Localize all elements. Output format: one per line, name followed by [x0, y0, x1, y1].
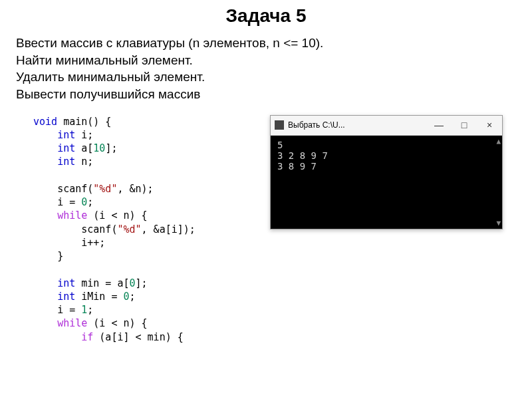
window-titlebar[interactable]: Выбрать C:\U... — □ ×: [271, 116, 502, 136]
desc-line-4: Вывести получившийся массив: [16, 86, 516, 103]
kw-int-5: int: [57, 291, 75, 303]
console-body[interactable]: ▲5 3 2 8 9 7 3 8 9 7 ▼: [271, 136, 502, 229]
kw-int-2: int: [57, 142, 75, 154]
scanf2-call: scanf(: [81, 223, 117, 235]
while1-cond: (i < n) {: [87, 209, 147, 221]
kw-while-1: while: [57, 209, 87, 221]
scanf1-arg: , &n);: [117, 183, 153, 195]
min-decl: min = a[: [75, 277, 129, 289]
console-line-2: 3 2 8 9 7: [277, 150, 328, 161]
if-cond: (a[i] < min) {: [93, 331, 183, 343]
content-row: void main() { int i; int a[10]; int n; s…: [16, 115, 516, 344]
semi-3: ;: [87, 304, 93, 316]
kw-while-2: while: [57, 317, 87, 329]
code-block: void main() { int i; int a[10]; int n; s…: [16, 115, 258, 344]
var-n: n;: [75, 156, 93, 168]
app-icon: [275, 120, 284, 130]
scroll-up-icon[interactable]: ▲: [496, 137, 501, 146]
kw-if: if: [81, 331, 93, 343]
kw-int-3: int: [57, 156, 75, 168]
window-buttons: — □ ×: [430, 120, 498, 130]
minimize-button[interactable]: —: [430, 120, 448, 130]
main-sig: main() {: [57, 116, 111, 128]
task-heading: Задача 5: [16, 5, 516, 27]
semi-1: ;: [87, 196, 93, 208]
i-eq-2: i =: [57, 304, 81, 316]
scanf2-arg: , &a[i]);: [142, 223, 196, 235]
arr-close: ];: [105, 142, 117, 154]
close-button[interactable]: ×: [481, 120, 498, 130]
desc-line-1: Ввести массив с клавиатуры (n элементов,…: [16, 35, 516, 52]
maximize-button[interactable]: □: [456, 120, 473, 130]
i-eq: i =: [57, 196, 81, 208]
arr-size: 10: [93, 142, 105, 154]
window-title: Выбрать C:\U...: [288, 120, 426, 130]
desc-line-2: Найти минимальный элемент.: [16, 52, 516, 69]
one-1: 1: [81, 304, 87, 316]
scanf1-call: scanf(: [57, 183, 93, 195]
zero-1: 0: [81, 196, 87, 208]
console-window: Выбрать C:\U... — □ × ▲5 3 2 8 9 7 3 8 9…: [270, 115, 503, 229]
imin-decl: iMin =: [75, 291, 123, 303]
rbrace-1: }: [57, 250, 63, 262]
kw-int-4: int: [57, 277, 75, 289]
scroll-down-icon[interactable]: ▼: [496, 219, 501, 227]
semi-2: ;: [130, 291, 136, 303]
task-description: Ввести массив с клавиатуры (n элементов,…: [16, 35, 516, 103]
kw-void: void: [33, 116, 57, 128]
ipp-1: i++;: [81, 237, 105, 249]
kw-int-1: int: [57, 129, 75, 141]
console-wrap: Выбрать C:\U... — □ × ▲5 3 2 8 9 7 3 8 9…: [270, 115, 516, 344]
fmt-1: "%d": [93, 183, 117, 195]
zero-2: 0: [123, 291, 129, 303]
while2-cond: (i < n) {: [87, 317, 147, 329]
var-i: i;: [75, 129, 93, 141]
console-line-3: 3 8 9 7: [277, 161, 317, 172]
slide: Задача 5 Ввести массив с клавиатуры (n э…: [0, 0, 532, 399]
min-idx: 0: [130, 277, 136, 289]
rsq-semi-1: ];: [136, 277, 148, 289]
desc-line-3: Удалить минимальный элемент.: [16, 68, 516, 86]
console-line-1: 5: [277, 140, 283, 150]
arr-name: a[: [75, 142, 93, 154]
fmt-2: "%d": [117, 223, 141, 235]
